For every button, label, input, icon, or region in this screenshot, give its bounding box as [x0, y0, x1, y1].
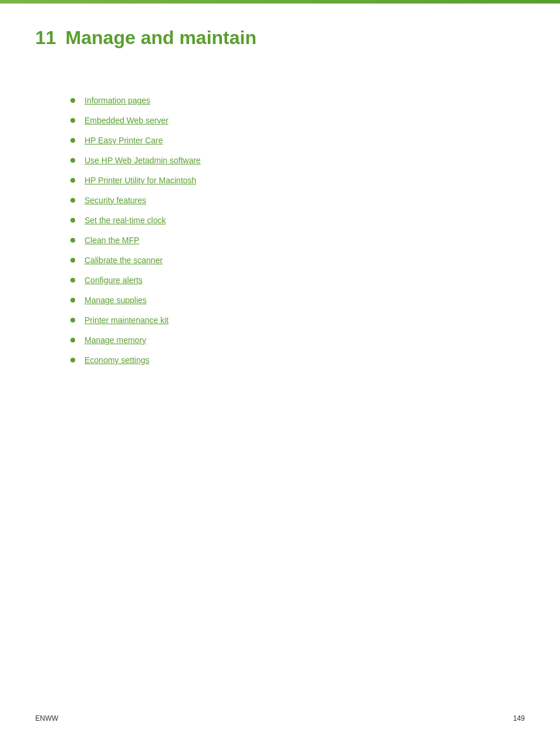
chapter-number: 11 — [35, 27, 56, 49]
bullet-icon — [70, 118, 75, 123]
bullet-icon — [70, 238, 75, 243]
bullet-icon — [70, 218, 75, 223]
bullet-icon — [70, 178, 75, 183]
list-item: Manage supplies — [70, 295, 525, 305]
list-item: Configure alerts — [70, 275, 525, 285]
toc-link-information-pages[interactable]: Information pages — [85, 96, 150, 105]
list-item: Use HP Web Jetadmin software — [70, 156, 525, 165]
toc-link-use-hp-web-jetadmin[interactable]: Use HP Web Jetadmin software — [85, 156, 201, 165]
list-item: Information pages — [70, 96, 525, 105]
toc-link-calibrate-scanner[interactable]: Calibrate the scanner — [85, 256, 163, 265]
chapter-header: 11 Manage and maintain — [35, 27, 525, 49]
bullet-icon — [70, 138, 75, 143]
bullet-icon — [70, 258, 75, 263]
bullet-icon — [70, 98, 75, 103]
bullet-icon — [70, 318, 75, 322]
list-item: HP Printer Utility for Macintosh — [70, 176, 525, 185]
bullet-icon — [70, 198, 75, 203]
toc-link-embedded-web-server[interactable]: Embedded Web server — [85, 116, 168, 125]
toc-list: Information pagesEmbedded Web serverHP E… — [70, 96, 525, 365]
toc-link-hp-printer-utility-macintosh[interactable]: HP Printer Utility for Macintosh — [85, 176, 196, 185]
bullet-icon — [70, 358, 75, 362]
list-item: Economy settings — [70, 355, 525, 365]
toc-link-security-features[interactable]: Security features — [85, 196, 146, 205]
bullet-icon — [70, 298, 75, 303]
list-item: Calibrate the scanner — [70, 256, 525, 265]
toc-link-configure-alerts[interactable]: Configure alerts — [85, 275, 143, 285]
bullet-icon — [70, 278, 75, 283]
bullet-icon — [70, 158, 75, 163]
list-item: Printer maintenance kit — [70, 315, 525, 325]
toc-link-manage-memory[interactable]: Manage memory — [85, 335, 146, 345]
toc-link-clean-the-mfp[interactable]: Clean the MFP — [85, 236, 139, 245]
chapter-title: Manage and maintain — [66, 27, 257, 49]
toc-link-hp-easy-printer-care[interactable]: HP Easy Printer Care — [85, 136, 163, 145]
toc-link-set-real-time-clock[interactable]: Set the real-time clock — [85, 216, 166, 225]
footer-right-text: 149 — [513, 714, 525, 723]
toc-link-manage-supplies[interactable]: Manage supplies — [85, 295, 147, 305]
footer-left-text: ENWW — [35, 714, 58, 723]
list-item: Manage memory — [70, 335, 525, 345]
bullet-icon — [70, 338, 75, 342]
list-item: Embedded Web server — [70, 116, 525, 125]
list-item: Set the real-time clock — [70, 216, 525, 225]
page-footer: ENWW 149 — [35, 714, 525, 723]
toc-link-economy-settings[interactable]: Economy settings — [85, 355, 150, 365]
list-item: Security features — [70, 196, 525, 205]
toc-link-printer-maintenance-kit[interactable]: Printer maintenance kit — [85, 315, 168, 325]
list-item: Clean the MFP — [70, 236, 525, 245]
list-item: HP Easy Printer Care — [70, 136, 525, 145]
